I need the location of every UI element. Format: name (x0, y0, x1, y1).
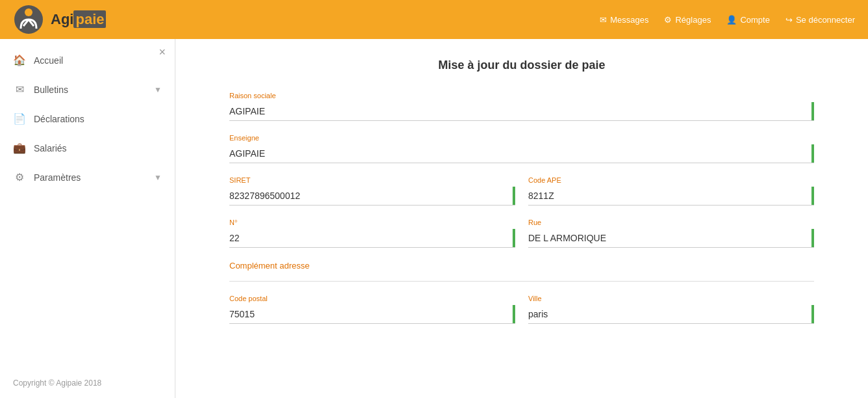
reglages-icon: ⚙ (664, 15, 672, 25)
enseigne-label: Enseigne (229, 134, 814, 142)
code-ape-field: Code APE 8211Z (528, 176, 814, 206)
bulletins-icon: ✉ (13, 83, 26, 96)
code-postal-value[interactable]: 75015 (229, 305, 515, 324)
rue-value[interactable]: DE L ARMORIQUE (528, 229, 814, 248)
bulletins-arrow-icon: ▼ (154, 85, 162, 94)
deconnecter-label: Se déconnecter (796, 15, 855, 25)
ville-value[interactable]: paris (528, 305, 814, 324)
numero-field: N° 22 (229, 219, 515, 248)
declarations-icon: 📄 (13, 113, 26, 125)
sidebar-item-parametres[interactable]: ⚙ Paramètres ▼ (0, 163, 175, 192)
sidebar-item-parametres-label: Paramètres (34, 172, 81, 183)
logo: Agipaie (13, 4, 106, 35)
logo-icon (13, 4, 44, 35)
sidebar-item-accueil-label: Accueil (34, 55, 63, 66)
enseigne-row: Enseigne AGIPAIE (229, 134, 814, 163)
sidebar-item-declarations-label: Déclarations (34, 114, 84, 124)
ville-label: Ville (528, 295, 814, 302)
rue-field: Rue DE L ARMORIQUE (528, 219, 814, 248)
home-icon: 🏠 (13, 54, 26, 66)
deconnecter-nav-item[interactable]: ↪ Se déconnecter (785, 15, 855, 25)
postal-ville-row: Code postal 75015 Ville paris (229, 295, 814, 324)
numero-label: N° (229, 219, 515, 226)
layout: × 🏠 Accueil ✉ Bulletins ▼ 📄 Déclarations… (0, 39, 868, 398)
compte-icon: 👤 (726, 15, 737, 25)
code-ape-value[interactable]: 8211Z (528, 187, 814, 206)
sidebar-copyright: Copyright © Agipaie 2018 (0, 368, 175, 398)
page-title: Mise à jour du dossier de paie (201, 59, 842, 72)
compte-nav-item[interactable]: 👤 Compte (726, 15, 770, 25)
sidebar-item-accueil[interactable]: 🏠 Accueil (0, 46, 175, 75)
code-postal-field: Code postal 75015 (229, 295, 515, 324)
salaries-icon: 💼 (13, 142, 26, 154)
sidebar-item-salaries-label: Salariés (34, 143, 67, 153)
parametres-arrow-icon: ▼ (154, 173, 162, 182)
reglages-nav-item[interactable]: ⚙ Réglages (664, 15, 711, 25)
sidebar-item-bulletins[interactable]: ✉ Bulletins ▼ (0, 75, 175, 104)
reglages-label: Réglages (675, 15, 711, 25)
header-nav: ✉ Messages ⚙ Réglages 👤 Compte ↪ Se déco… (600, 15, 855, 25)
messages-icon: ✉ (600, 15, 607, 25)
raison-sociale-value[interactable]: AGIPAIE (229, 102, 814, 121)
sidebar: × 🏠 Accueil ✉ Bulletins ▼ 📄 Déclarations… (0, 39, 175, 398)
raison-sociale-row: Raison sociale AGIPAIE (229, 92, 814, 121)
code-postal-label: Code postal (229, 295, 515, 302)
messages-nav-item[interactable]: ✉ Messages (600, 15, 648, 25)
sidebar-close-button[interactable]: × (159, 46, 166, 59)
header: Agipaie ✉ Messages ⚙ Réglages 👤 Compte ↪… (0, 0, 868, 39)
complement-divider (229, 281, 814, 282)
rue-label: Rue (528, 219, 814, 226)
code-ape-label: Code APE (528, 176, 814, 184)
parametres-icon: ⚙ (13, 171, 26, 183)
messages-label: Messages (610, 15, 648, 25)
form-section: Raison sociale AGIPAIE Enseigne AGIPAIE … (229, 92, 814, 324)
raison-sociale-label: Raison sociale (229, 92, 814, 100)
svg-point-1 (25, 8, 32, 16)
complement-label: Complément adresse (229, 261, 814, 271)
deconnecter-icon: ↪ (785, 15, 793, 25)
siret-label: SIRET (229, 176, 515, 184)
logo-text: Agipaie (51, 11, 106, 28)
compte-label: Compte (740, 15, 770, 25)
complement-row: Complément adresse (229, 261, 814, 282)
sidebar-item-bulletins-label: Bulletins (34, 85, 68, 95)
sidebar-item-declarations[interactable]: 📄 Déclarations (0, 104, 175, 133)
enseigne-value[interactable]: AGIPAIE (229, 144, 814, 163)
numero-value[interactable]: 22 (229, 229, 515, 248)
siret-ape-row: SIRET 82327896500012 Code APE 8211Z (229, 176, 814, 206)
siret-field: SIRET 82327896500012 (229, 176, 515, 206)
siret-value[interactable]: 82327896500012 (229, 187, 515, 206)
sidebar-menu: 🏠 Accueil ✉ Bulletins ▼ 📄 Déclarations 💼… (0, 39, 175, 368)
main-content: Mise à jour du dossier de paie Raison so… (175, 39, 868, 398)
sidebar-item-salaries[interactable]: 💼 Salariés (0, 133, 175, 163)
ville-field: Ville paris (528, 295, 814, 324)
numero-rue-row: N° 22 Rue DE L ARMORIQUE (229, 219, 814, 248)
